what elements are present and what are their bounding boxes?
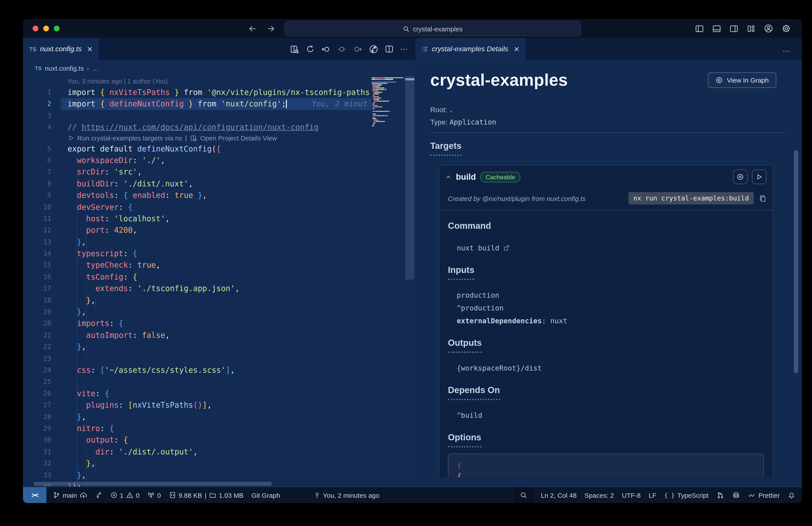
copilot-item[interactable] (728, 491, 744, 499)
code-line[interactable]: 17 extends: './tsconfig.app.json', (23, 283, 372, 295)
options-heading[interactable]: Options (448, 432, 481, 447)
forward-icon[interactable] (266, 24, 275, 33)
language-item[interactable]: { } TypeScript (661, 491, 713, 499)
back-icon[interactable] (248, 24, 257, 33)
code-line[interactable]: 9 devtools: { enabled: true }, (23, 189, 372, 201)
panel-more-actions-icon[interactable]: … (782, 38, 791, 60)
code-line[interactable]: 28 }, (23, 411, 372, 423)
code-line[interactable]: 18 }, (23, 294, 372, 306)
blame-item[interactable]: You, 2 minutes ago (309, 491, 383, 499)
nx-run-command-chip[interactable]: nx run crystal-examples:build (628, 192, 754, 204)
code-line[interactable]: 4// https://nuxt.com/docs/api/configurat… (23, 122, 372, 133)
tab-project-details[interactable]: crystal-examples Details ✕ (415, 38, 526, 60)
tab-nuxt-config[interactable]: TS nuxt.config.ts ✕ (23, 38, 99, 60)
close-tab-icon[interactable]: ✕ (514, 45, 520, 53)
open-details-codelens-link[interactable]: Open Project Details View (200, 133, 277, 143)
layout-sidebar-icon[interactable] (695, 24, 704, 33)
settings-gear-icon[interactable] (782, 24, 791, 33)
code-line[interactable]: 8 buildDir: './dist/.nuxt', (23, 178, 372, 189)
code-line[interactable]: 12 port: 4200, (23, 225, 372, 236)
commit-graph-item[interactable] (91, 492, 106, 499)
more-actions-icon[interactable]: ⋯ (400, 44, 408, 54)
code-line[interactable]: 23 (23, 353, 372, 364)
project-details-icon[interactable] (290, 44, 299, 54)
code-line[interactable]: 16 tsConfig: { (23, 271, 372, 283)
codelens-row[interactable]: Run crystal-examples targets via nx|Open… (23, 133, 415, 143)
code-line[interactable]: 20 imports: { (23, 318, 372, 329)
view-target-button[interactable] (733, 170, 748, 184)
code-line[interactable]: 13 }, (23, 236, 372, 248)
run-codelens-icon[interactable] (68, 135, 74, 141)
layout-secondary-sidebar-icon[interactable] (729, 24, 738, 33)
target-name[interactable]: build (456, 172, 476, 182)
horizontal-scrollbar[interactable] (33, 482, 272, 486)
code-line[interactable]: 3 (23, 110, 372, 122)
zoom-status-item[interactable] (514, 487, 533, 503)
code-line[interactable]: 29 nitro: { (23, 423, 372, 435)
encoding-item[interactable]: UTF-8 (618, 491, 645, 499)
code-line[interactable]: 19 }, (23, 306, 372, 318)
copy-icon[interactable] (759, 195, 767, 202)
vertical-scrollbar[interactable] (405, 76, 415, 280)
git-history-icon[interactable] (369, 44, 378, 54)
code-line[interactable]: 33 }, (23, 469, 372, 481)
remote-indicator[interactable]: >< (23, 487, 46, 503)
code-line[interactable]: 26 vite: { (23, 388, 372, 399)
customize-layout-icon[interactable] (747, 24, 755, 33)
view-in-graph-button[interactable]: View In Graph (708, 72, 776, 88)
code-line[interactable]: 30 output: { (23, 435, 372, 446)
maximize-window-button[interactable] (54, 26, 60, 31)
cursor-position-item[interactable]: Ln 2, Col 48 (537, 491, 581, 499)
code-line[interactable]: 32 }, (23, 457, 372, 469)
code-line[interactable]: 1import { nxViteTsPaths } from '@nx/vite… (23, 87, 372, 98)
indentation-item[interactable]: Spaces: 2 (581, 491, 618, 499)
formatter-item[interactable]: Prettier (744, 491, 784, 499)
breadcrumb-file[interactable]: nuxt.config.ts (45, 65, 84, 72)
code-line[interactable]: 7 srcDir: 'src', (23, 166, 372, 178)
inputs-heading[interactable]: Inputs (448, 265, 474, 280)
problems-item[interactable]: 1 0 (106, 491, 143, 499)
panel-scrollbar[interactable] (794, 150, 798, 373)
code-line[interactable]: 25 (23, 376, 372, 388)
close-window-button[interactable] (33, 26, 39, 31)
breadcrumb-symbol[interactable]: … (92, 65, 99, 72)
git-graph-item[interactable]: Git Graph (247, 491, 284, 499)
external-link-icon[interactable] (503, 245, 510, 251)
eol-item[interactable]: LF (645, 491, 661, 499)
breadcrumb[interactable]: TS nuxt.config.ts › … (23, 60, 415, 76)
code-line[interactable]: 10 devServer: { (23, 201, 372, 213)
run-icon[interactable] (337, 44, 346, 54)
notifications-item[interactable] (784, 491, 799, 499)
run-codelens-link[interactable]: Run crystal-examples targets via nx (77, 133, 182, 143)
command-center-search[interactable]: crystal-examples (285, 21, 581, 36)
split-editor-icon[interactable] (385, 45, 393, 54)
code-line[interactable]: 22 }, (23, 341, 372, 353)
ports-item[interactable]: 0 (143, 491, 165, 499)
code-line[interactable]: 2import { defineNuxtConfig } from 'nuxt/… (23, 98, 372, 110)
outputs-heading[interactable]: Outputs (448, 338, 482, 353)
code-line[interactable]: 24 css: ['~/assets/css/styles.scss'], (23, 364, 372, 376)
run-back-icon[interactable] (321, 44, 330, 54)
run-target-button[interactable] (752, 170, 767, 184)
pr-item[interactable] (712, 491, 728, 499)
code-line[interactable]: 21 autoImport: false, (23, 329, 372, 341)
chevron-up-icon[interactable] (445, 174, 451, 180)
git-branch-item[interactable]: main (49, 491, 91, 499)
code-line[interactable]: 15 typeCheck: true, (23, 259, 372, 271)
code-line[interactable]: 11 host: 'localhost', (23, 213, 372, 225)
code-line[interactable]: 5export default defineNuxtConfig({ (23, 143, 372, 155)
file-size-item[interactable]: 9.88 KB | 1.03 MB (165, 491, 247, 499)
options-json-box[interactable]: ({ "cwd": "."}) (448, 454, 764, 477)
code-line[interactable]: 14 typescript: { (23, 248, 372, 259)
code-line[interactable]: 6 workspaceDir: './', (23, 155, 372, 166)
code-line[interactable]: 31 dir: './dist/.output', (23, 446, 372, 457)
layout-panel-icon[interactable] (712, 24, 721, 33)
run-forward-icon[interactable] (353, 44, 362, 54)
depends-on-heading[interactable]: Depends On (448, 385, 500, 400)
close-tab-icon[interactable]: ✕ (87, 45, 93, 53)
minimap[interactable] (372, 77, 403, 127)
targets-heading[interactable]: Targets (430, 141, 462, 156)
code-area[interactable]: You, 3 minutes ago | 1 author (You)1impo… (23, 76, 415, 487)
code-line[interactable]: 27 plugins: [nxViteTsPaths()], (23, 399, 372, 411)
refresh-icon[interactable] (306, 45, 315, 54)
